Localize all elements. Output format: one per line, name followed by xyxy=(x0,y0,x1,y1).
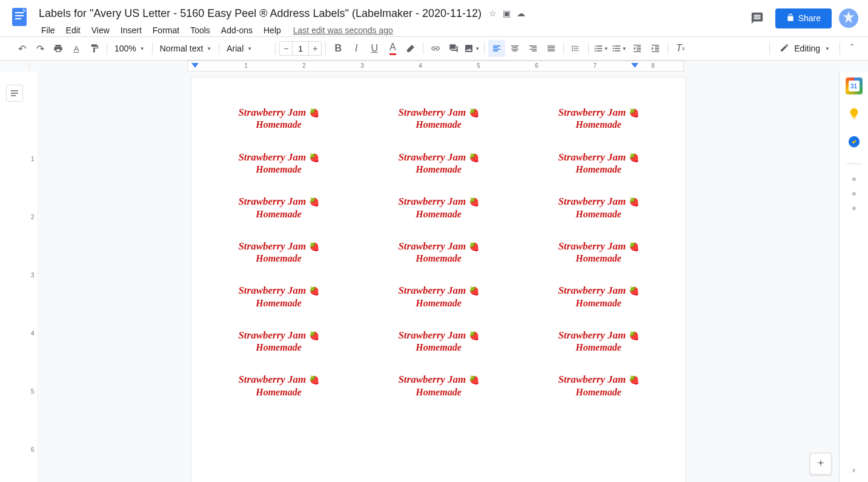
strawberry-icon: 🍓 xyxy=(309,197,319,206)
strawberry-icon: 🍓 xyxy=(629,375,639,385)
bulleted-list-button[interactable]: ▼ xyxy=(611,40,628,57)
insert-comment-button[interactable] xyxy=(445,40,462,57)
cloud-status-icon[interactable]: ☁ xyxy=(517,8,525,18)
address-label[interactable]: Strawberry Jam 🍓Homemade xyxy=(202,107,355,131)
strawberry-icon: 🍓 xyxy=(309,286,319,295)
document-outline-button[interactable] xyxy=(6,85,23,102)
move-icon[interactable]: ▣ xyxy=(503,8,511,18)
calendar-addon-icon[interactable]: 31 xyxy=(846,78,863,94)
strawberry-icon: 🍓 xyxy=(469,242,479,251)
undo-button[interactable]: ↶ xyxy=(13,40,30,57)
vertical-ruler[interactable]: 123456 xyxy=(29,71,38,482)
address-label[interactable]: Strawberry Jam 🍓Homemade xyxy=(522,151,675,176)
menu-edit[interactable]: Edit xyxy=(61,23,85,38)
address-label[interactable]: Strawberry Jam 🍓Homemade xyxy=(522,240,675,265)
line-spacing-button[interactable] xyxy=(568,40,585,57)
keep-addon-icon[interactable] xyxy=(846,105,863,122)
strawberry-icon: 🍓 xyxy=(629,153,639,162)
numbered-list-button[interactable]: ▼ xyxy=(592,40,609,57)
align-left-button[interactable] xyxy=(488,40,505,57)
document-canvas[interactable]: Strawberry Jam 🍓HomemadeStrawberry Jam 🍓… xyxy=(38,71,839,482)
clear-formatting-button[interactable]: Tx xyxy=(672,40,689,57)
open-comments-button[interactable] xyxy=(746,7,768,29)
address-label[interactable]: Strawberry Jam 🍓Homemade xyxy=(362,151,515,176)
indent-marker-left[interactable] xyxy=(191,63,200,71)
align-right-button[interactable] xyxy=(525,40,542,57)
address-label[interactable]: Strawberry Jam 🍓Homemade xyxy=(522,196,675,220)
redo-button[interactable]: ↷ xyxy=(31,40,48,57)
underline-button[interactable]: U xyxy=(366,40,383,57)
svg-rect-2 xyxy=(15,15,24,16)
share-button[interactable]: Share xyxy=(775,8,832,28)
strawberry-icon: 🍓 xyxy=(309,375,319,385)
menu-help[interactable]: Help xyxy=(259,23,286,38)
addon-dot[interactable] xyxy=(852,192,856,196)
print-button[interactable] xyxy=(50,40,67,57)
address-label[interactable]: Strawberry Jam 🍓Homemade xyxy=(202,285,355,309)
horizontal-ruler[interactable]: 12345678 xyxy=(30,61,839,71)
paint-format-button[interactable] xyxy=(86,40,103,57)
insert-link-button[interactable] xyxy=(427,40,444,57)
strawberry-icon: 🍓 xyxy=(309,331,319,340)
star-icon[interactable]: ☆ xyxy=(489,8,497,18)
address-label[interactable]: Strawberry Jam 🍓Homemade xyxy=(362,374,515,398)
outdent-button[interactable] xyxy=(629,40,646,57)
indent-button[interactable] xyxy=(647,40,664,57)
addon-dot[interactable] xyxy=(852,206,856,210)
paragraph-style-select[interactable]: Normal text▼ xyxy=(156,40,216,57)
address-label[interactable]: Strawberry Jam 🍓Homemade xyxy=(202,374,355,398)
menu-insert[interactable]: Insert xyxy=(116,23,147,38)
menu-format[interactable]: Format xyxy=(148,23,184,38)
docs-logo[interactable] xyxy=(7,5,31,29)
strawberry-icon: 🍓 xyxy=(309,108,319,117)
indent-marker-right[interactable] xyxy=(631,63,640,71)
address-label[interactable]: Strawberry Jam 🍓Homemade xyxy=(522,329,675,354)
text-color-button[interactable]: A xyxy=(384,40,401,57)
svg-rect-1 xyxy=(15,12,24,13)
font-select[interactable]: Arial▼ xyxy=(223,40,271,57)
font-size-control: − + xyxy=(279,41,322,56)
align-center-button[interactable] xyxy=(506,40,523,57)
address-label[interactable]: Strawberry Jam 🍓Homemade xyxy=(362,107,515,131)
strawberry-icon: 🍓 xyxy=(469,197,479,206)
spellcheck-button[interactable]: A xyxy=(68,40,85,57)
highlight-button[interactable] xyxy=(402,40,419,57)
document-title[interactable]: Labels for "Avery US Letter - 5160 Easy … xyxy=(36,6,484,21)
insert-image-button[interactable]: ▼ xyxy=(463,40,480,57)
bold-button[interactable]: B xyxy=(330,40,346,57)
account-avatar[interactable] xyxy=(839,8,858,28)
addon-dot[interactable] xyxy=(852,177,856,181)
last-edit-link[interactable]: Last edit was seconds ago xyxy=(293,25,393,35)
menu-add-ons[interactable]: Add-ons xyxy=(216,23,257,38)
italic-button[interactable]: I xyxy=(348,40,365,57)
address-label[interactable]: Strawberry Jam 🍓Homemade xyxy=(202,196,355,220)
strawberry-icon: 🍓 xyxy=(629,197,639,206)
align-justify-button[interactable] xyxy=(543,40,560,57)
strawberry-icon: 🍓 xyxy=(629,108,639,117)
collapse-side-panel-button[interactable]: › xyxy=(852,465,855,475)
address-label[interactable]: Strawberry Jam 🍓Homemade xyxy=(522,285,675,309)
address-label[interactable]: Strawberry Jam 🍓Homemade xyxy=(362,285,515,309)
address-label[interactable]: Strawberry Jam 🍓Homemade xyxy=(522,374,675,398)
menu-file[interactable]: File xyxy=(36,23,60,38)
explore-button[interactable] xyxy=(810,453,832,475)
address-label[interactable]: Strawberry Jam 🍓Homemade xyxy=(202,329,355,354)
font-size-increase[interactable]: + xyxy=(309,42,321,55)
address-label[interactable]: Strawberry Jam 🍓Homemade xyxy=(362,329,515,354)
address-label[interactable]: Strawberry Jam 🍓Homemade xyxy=(202,151,355,176)
collapse-toolbar-button[interactable]: ˆ xyxy=(844,40,861,57)
font-size-input[interactable] xyxy=(292,42,309,55)
strawberry-icon: 🍓 xyxy=(469,375,479,385)
address-label[interactable]: Strawberry Jam 🍓Homemade xyxy=(362,240,515,265)
menu-tools[interactable]: Tools xyxy=(185,23,215,38)
tasks-addon-icon[interactable] xyxy=(846,133,863,150)
svg-rect-3 xyxy=(15,18,21,19)
address-label[interactable]: Strawberry Jam 🍓Homemade xyxy=(202,240,355,265)
toolbar: ↶ ↷ A 100%▼ Normal text▼ Arial▼ − + B I … xyxy=(0,36,868,61)
zoom-select[interactable]: 100%▼ xyxy=(111,40,148,57)
menu-view[interactable]: View xyxy=(87,23,114,38)
address-label[interactable]: Strawberry Jam 🍓Homemade xyxy=(362,196,515,220)
editing-mode-button[interactable]: Editing ▼ xyxy=(774,40,836,57)
address-label[interactable]: Strawberry Jam 🍓Homemade xyxy=(522,107,675,131)
font-size-decrease[interactable]: − xyxy=(280,42,292,55)
